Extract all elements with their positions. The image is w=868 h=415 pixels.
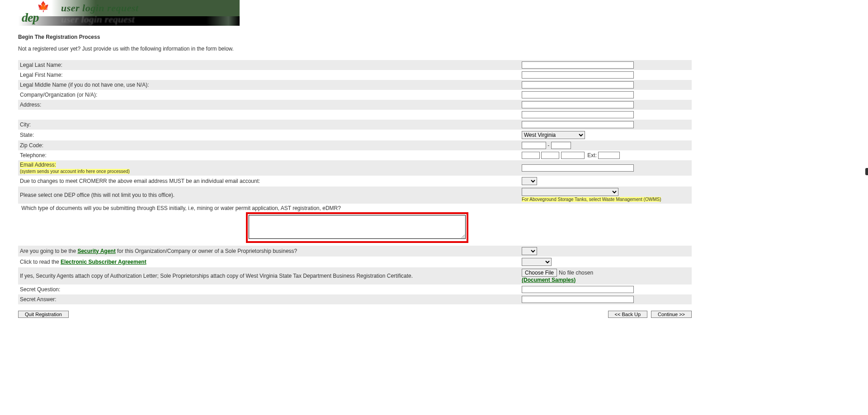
input-city[interactable]: [522, 121, 634, 128]
documents-highlight-box: [246, 212, 468, 243]
input-zip2[interactable]: [551, 142, 571, 149]
registration-form: Legal Last Name: Legal First Name: Legal…: [18, 60, 692, 304]
label-address: Address:: [18, 100, 520, 110]
label-city: City:: [18, 120, 520, 130]
label-first-name: Legal First Name:: [18, 70, 520, 80]
label-telephone: Telephone:: [18, 150, 520, 160]
input-address[interactable]: [522, 101, 634, 108]
input-secret-answer[interactable]: [522, 296, 634, 303]
header-banner: user login request 🍁 dep: [18, 0, 240, 26]
ext-label: Ext:: [587, 152, 597, 159]
label-company: Company/Organization (or N/A):: [18, 90, 520, 100]
input-email[interactable]: [522, 164, 634, 172]
label-secret-answer: Secret Answer:: [18, 294, 520, 304]
label-state: State:: [18, 130, 520, 140]
textarea-documents[interactable]: [249, 215, 466, 239]
input-middle-name[interactable]: [522, 81, 634, 89]
label-documents: Which type of documents will you be subm…: [21, 205, 341, 211]
input-tel1[interactable]: [522, 152, 540, 159]
select-office[interactable]: [522, 188, 618, 196]
input-first-name[interactable]: [522, 71, 634, 79]
label-security-agent: Are you going to be the Security Agent f…: [18, 246, 520, 256]
file-status: No file chosen: [559, 270, 593, 276]
link-document-samples[interactable]: (Document Samples): [522, 277, 576, 283]
input-address2[interactable]: [522, 111, 634, 118]
label-secret-question: Secret Question:: [18, 284, 520, 294]
label-email: Email Address: (system sends your accoun…: [18, 160, 520, 176]
label-middle-name: Legal Middle Name (if you do not have on…: [18, 80, 520, 90]
zip-separator: -: [547, 142, 549, 149]
leaf-icon: 🍁: [37, 1, 49, 13]
input-tel-ext[interactable]: [598, 152, 620, 159]
label-cromerr: Due to changes to meet CROMERR the above…: [18, 176, 520, 187]
input-tel2[interactable]: [541, 152, 559, 159]
select-state[interactable]: West Virginia: [522, 131, 585, 139]
continue-button[interactable]: Continue >>: [651, 311, 692, 318]
label-office: Please select one DEP office (this will …: [18, 187, 520, 204]
banner-title: user login request: [61, 2, 139, 14]
label-esa: Click to read the Electronic Subscriber …: [18, 256, 520, 267]
office-note: For Aboveground Storage Tanks, select Wa…: [522, 197, 661, 202]
choose-file-button[interactable]: Choose File: [522, 269, 557, 277]
scroll-indicator: [865, 168, 868, 175]
label-address2: [18, 110, 520, 120]
email-note: (system sends your account info here onc…: [20, 169, 130, 174]
label-attach: If yes, Security Agents attach copy of A…: [18, 267, 520, 284]
input-company[interactable]: [522, 91, 634, 98]
page-title: Begin The Registration Process: [18, 34, 696, 40]
input-last-name[interactable]: [522, 61, 634, 69]
dep-logo: 🍁 dep: [21, 4, 57, 24]
select-cromerr[interactable]: [522, 177, 537, 185]
select-security-agent[interactable]: [522, 247, 537, 255]
back-up-button[interactable]: << Back Up: [608, 311, 647, 318]
label-last-name: Legal Last Name:: [18, 60, 520, 70]
link-esa[interactable]: Electronic Subscriber Agreement: [61, 259, 146, 265]
input-secret-question[interactable]: [522, 286, 634, 293]
link-security-agent[interactable]: Security Agent: [77, 248, 115, 254]
select-esa[interactable]: [522, 258, 552, 266]
page-subtitle: Not a registered user yet? Just provide …: [18, 46, 696, 52]
logo-text: dep: [22, 10, 38, 25]
label-zip: Zip Code:: [18, 140, 520, 150]
input-tel3[interactable]: [561, 152, 585, 159]
input-zip1[interactable]: [522, 142, 546, 149]
button-row: Quit Registration << Back Up Continue >>: [18, 311, 692, 318]
quit-registration-button[interactable]: Quit Registration: [18, 311, 69, 318]
